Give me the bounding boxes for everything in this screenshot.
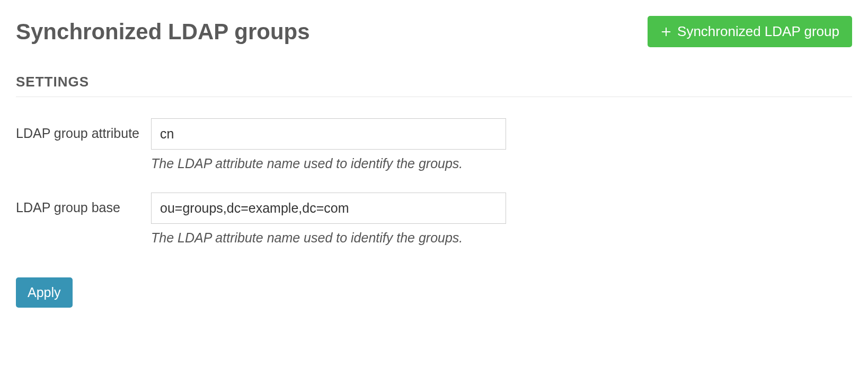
ldap-group-base-label: LDAP group base	[16, 193, 151, 218]
plus-icon	[660, 26, 672, 38]
ldap-group-base-row: LDAP group base The LDAP attribute name …	[16, 193, 852, 246]
ldap-group-base-help: The LDAP attribute name used to identify…	[151, 230, 506, 246]
ldap-group-attribute-label: LDAP group attribute	[16, 118, 151, 144]
page-header: Synchronized LDAP groups Synchronized LD…	[16, 16, 852, 47]
apply-button[interactable]: Apply	[16, 277, 73, 308]
ldap-group-base-control: The LDAP attribute name used to identify…	[151, 193, 506, 246]
ldap-group-base-input[interactable]	[151, 193, 506, 224]
ldap-group-attribute-control: The LDAP attribute name used to identify…	[151, 118, 506, 171]
page-title: Synchronized LDAP groups	[16, 19, 310, 45]
add-button-label: Synchronized LDAP group	[677, 23, 839, 40]
settings-section-heading: SETTINGS	[16, 74, 852, 97]
ldap-group-attribute-row: LDAP group attribute The LDAP attribute …	[16, 118, 852, 171]
add-synchronized-ldap-group-button[interactable]: Synchronized LDAP group	[648, 16, 852, 47]
ldap-group-attribute-help: The LDAP attribute name used to identify…	[151, 156, 506, 171]
ldap-group-attribute-input[interactable]	[151, 118, 506, 150]
